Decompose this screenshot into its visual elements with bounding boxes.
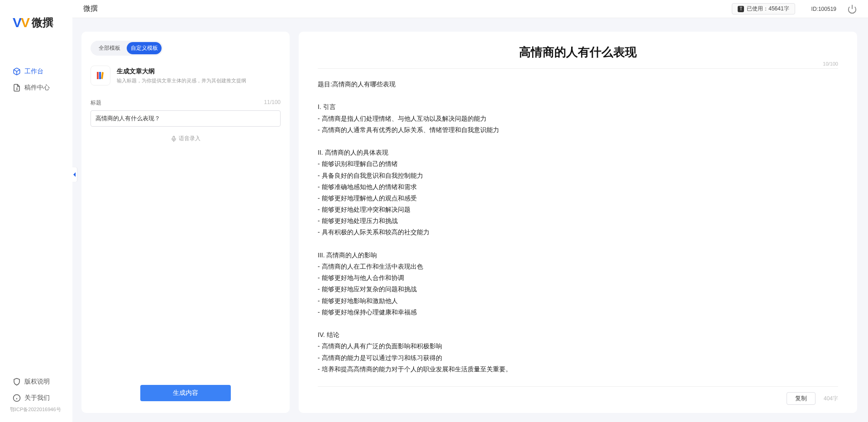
usage-text: 已使用：45641字 [747,5,789,13]
nav-list: 工作台 稿件中心 [0,63,72,374]
doc-body[interactable]: 题目:高情商的人有哪些表现 I. 引言 - 高情商是指人们处理情绪、与他人互动以… [318,79,838,386]
power-icon[interactable] [847,4,857,14]
nav-item-label: 工作台 [24,67,43,76]
text-count-icon: T [738,6,744,12]
title-label: 标题 [91,99,101,107]
topbar: 微撰 T 已使用：45641字 ID:100519 [72,0,868,18]
content-row: 全部模板 自定义模板 生成文章大纲 输入标题，为你提供文章主体的灵感，并为其创建… [72,18,868,422]
template-panel: 全部模板 自定义模板 生成文章大纲 输入标题，为你提供文章主体的灵感，并为其创建… [81,32,290,413]
nav-item-label: 关于我们 [24,394,50,402]
svg-marker-4 [101,72,104,79]
sidebar-collapse-handle[interactable] [72,167,77,182]
usage-badge[interactable]: T 已使用：45641字 [732,3,795,14]
doc-title-counter: 10/100 [823,61,838,66]
nav-item-about[interactable]: 关于我们 [0,390,72,406]
template-tabs: 全部模板 自定义模板 [91,41,163,56]
chevron-left-icon [73,172,76,177]
title-label-row: 标题 11/100 [91,99,281,107]
template-card[interactable]: 生成文章大纲 输入标题，为你提供文章主体的灵感，并为其创建推文提纲 [91,66,281,85]
main-area: 微撰 T 已使用：45641字 ID:100519 全部模板 自定义模板 [72,0,868,422]
tab-all-templates[interactable]: 全部模板 [92,42,127,54]
logo-text: 微撰 [32,15,53,30]
books-icon [91,66,110,85]
card-titles: 生成文章大纲 输入标题，为你提供文章主体的灵感，并为其创建推文提纲 [117,67,246,84]
sidebar: VV 微撰 工作台 稿件中心 版权说明 关于我们 鄂ICP备2022016946… [0,0,72,422]
books-svg-icon [95,70,106,81]
page-title: 微撰 [83,4,98,14]
document-icon [13,84,21,92]
nav-item-copyright[interactable]: 版权说明 [0,374,72,390]
title-counter: 11/100 [264,99,281,107]
title-input[interactable] [91,110,281,127]
cube-icon [13,67,21,76]
user-id: ID:100519 [811,6,836,12]
svg-rect-2 [97,72,99,79]
doc-title-row: 高情商的人有什么表现 10/100 [318,44,838,69]
nav-item-label: 版权说明 [24,378,50,386]
tab-custom-templates[interactable]: 自定义模板 [127,42,162,54]
doc-title[interactable]: 高情商的人有什么表现 [519,44,637,60]
card-subtitle: 输入标题，为你提供文章主体的灵感，并为其创建推文提纲 [117,77,246,84]
generate-button[interactable]: 生成内容 [140,385,231,401]
icp-text: 鄂ICP备2022016946号 [0,406,72,417]
nav-item-manuscripts[interactable]: 稿件中心 [0,80,72,96]
info-icon [13,394,21,402]
nav-item-workspace[interactable]: 工作台 [0,63,72,80]
svg-rect-3 [99,72,101,79]
sidebar-footer: 版权说明 关于我们 鄂ICP备2022016946号 [0,374,72,422]
shield-icon [13,378,21,386]
output-panel: 高情商的人有什么表现 10/100 题目:高情商的人有哪些表现 I. 引言 - … [299,32,857,413]
voice-input-link[interactable]: 语音录入 [91,135,281,142]
nav-item-label: 稿件中心 [24,84,50,92]
logo-mark-icon: VV [13,15,29,30]
doc-footer: 复制 404字 [318,386,838,405]
copy-button[interactable]: 复制 [787,392,816,405]
char-count: 404字 [824,395,838,403]
card-title: 生成文章大纲 [117,67,246,76]
app-logo: VV 微撰 [0,9,72,36]
mic-icon [171,136,177,142]
voice-input-label: 语音录入 [179,135,200,142]
